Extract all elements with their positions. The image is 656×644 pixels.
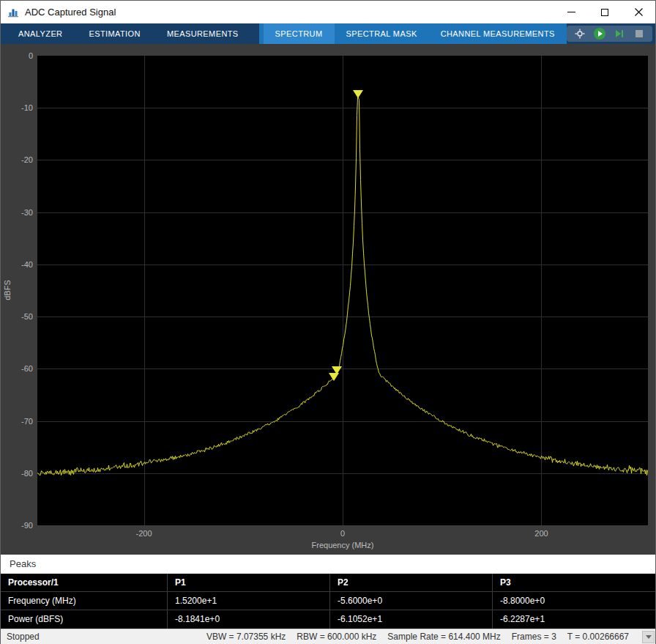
context-tab-group: SPECTRUM SPECTRAL MASK CHANNEL MEASUREME…: [259, 23, 567, 44]
peak-power-p1: -8.1841e+0: [168, 610, 330, 629]
peaks-col-header-source: Processor/1: [1, 574, 168, 592]
tab-spectrum[interactable]: SPECTRUM: [264, 23, 335, 44]
y-tick-label: -90: [1, 521, 33, 530]
peak-frequency-p1: 1.5200e+1: [168, 592, 330, 610]
peaks-col-header-p3: P3: [493, 574, 655, 592]
close-button[interactable]: [622, 1, 655, 23]
toolbar-quick-actions: ?: [567, 23, 656, 44]
x-axis-label: Frequency (MHz): [312, 541, 374, 549]
peak-power-p2: -6.1052e+1: [330, 610, 493, 629]
peak-marker-p1: [353, 90, 363, 98]
stop-button[interactable]: [633, 27, 646, 40]
y-tick-label: -80: [1, 469, 33, 478]
peak-power-p3: -6.2287e+1: [493, 610, 655, 629]
x-tick-label: 0: [340, 529, 345, 538]
window-title: ADC Captured Signal: [25, 7, 116, 18]
title-bar: ADC Captured Signal: [1, 1, 655, 23]
tab-channel-measurements[interactable]: CHANNEL MEASUREMENTS: [429, 23, 567, 44]
plot-region: dBFS Frequency (MHz) 0-10-20-30-40-50-60…: [1, 44, 655, 555]
app-window: ADC Captured Signal ANALYZER ESTIMATION …: [0, 0, 656, 644]
spectrum-canvas[interactable]: [37, 56, 648, 525]
run-button[interactable]: [593, 27, 606, 40]
status-time: T = 0.00266667: [567, 629, 629, 644]
chevron-down-icon: [646, 635, 652, 639]
status-dropdown-button[interactable]: [642, 631, 655, 643]
close-icon: [635, 8, 643, 16]
peak-marker-p3: [329, 373, 339, 381]
y-tick-label: -30: [1, 208, 33, 217]
tab-spectral-mask[interactable]: SPECTRAL MASK: [335, 23, 429, 44]
y-tick-label: -70: [1, 417, 33, 426]
x-tick-label: -200: [136, 529, 152, 538]
peaks-col-header-p2: P2: [330, 574, 493, 592]
run-controls-group: [567, 26, 652, 42]
peak-frequency-p3: -8.8000e+0: [493, 592, 655, 610]
status-text: Stopped: [7, 629, 40, 644]
plot-axes: [37, 56, 648, 525]
minimize-button[interactable]: [554, 1, 588, 23]
y-tick-label: -20: [1, 155, 33, 164]
x-tick-label: 200: [534, 529, 548, 538]
peaks-panel: Peaks Processor/1 P1 P2 P3 Frequency (MH…: [1, 555, 655, 629]
y-tick-label: -60: [1, 364, 33, 373]
peak-frequency-p2: -5.6000e+0: [330, 592, 493, 610]
tab-estimation[interactable]: ESTIMATION: [75, 23, 153, 44]
app-icon: [7, 7, 19, 18]
y-tick-label: -10: [1, 103, 33, 112]
status-frames: Frames = 3: [512, 629, 556, 644]
peaks-table: Processor/1 P1 P2 P3 Frequency (MHz) 1.5…: [1, 574, 655, 629]
y-axis-label: dBFS: [3, 280, 12, 300]
status-bar: Stopped VBW = 7.07355 kHz RBW = 600.000 …: [1, 629, 655, 644]
status-measurements: VBW = 7.07355 kHz RBW = 600.000 kHz Samp…: [195, 629, 629, 644]
peaks-col-header-p1: P1: [168, 574, 330, 592]
y-tick-label: 0: [1, 51, 33, 60]
peaks-row-label-power: Power (dBFS): [1, 610, 168, 629]
status-vbw: VBW = 7.07355 kHz: [206, 629, 286, 644]
step-forward-button[interactable]: [613, 27, 626, 40]
y-tick-label: -40: [1, 260, 33, 269]
settings-button[interactable]: [573, 27, 586, 40]
tab-analyzer[interactable]: ANALYZER: [5, 23, 75, 44]
peaks-panel-title: Peaks: [1, 555, 655, 574]
toolbar: ANALYZER ESTIMATION MEASUREMENTS SPECTRU…: [1, 23, 655, 44]
y-tick-label: -50: [1, 312, 33, 321]
step-forward-icon: [616, 30, 623, 37]
window-controls: [554, 1, 655, 23]
status-sample-rate: Sample Rate = 614.400 MHz: [387, 629, 500, 644]
tab-measurements[interactable]: MEASUREMENTS: [154, 23, 252, 44]
stop-icon: [636, 30, 643, 37]
minimize-icon: [567, 12, 575, 12]
maximize-button[interactable]: [588, 1, 622, 23]
gear-icon: [575, 29, 585, 39]
status-rbw: RBW = 600.000 kHz: [297, 629, 376, 644]
peaks-row-label-frequency: Frequency (MHz): [1, 592, 168, 610]
play-icon: [594, 28, 605, 40]
maximize-icon: [601, 9, 608, 16]
